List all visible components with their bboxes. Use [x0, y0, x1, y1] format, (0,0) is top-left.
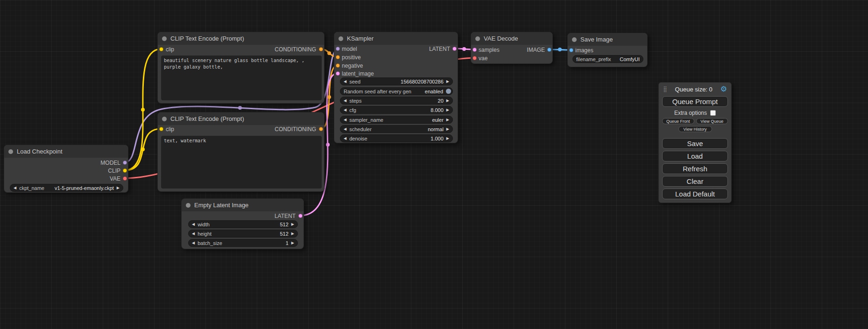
decrement-arrow-icon[interactable]: ◀ [192, 223, 195, 226]
collapse-dot-icon[interactable] [186, 203, 191, 208]
decrement-arrow-icon[interactable]: ◀ [14, 186, 16, 190]
increment-arrow-icon[interactable]: ▶ [446, 118, 449, 122]
node-title-bar[interactable]: CLIP Text Encode (Prompt) [158, 112, 324, 125]
queue-front-button[interactable]: Queue Front [662, 118, 694, 124]
node-title-bar[interactable]: KSampler [334, 32, 458, 45]
input-port-model[interactable] [336, 47, 340, 51]
input-port-images[interactable] [569, 48, 573, 52]
view-history-button[interactable]: View History [678, 126, 712, 132]
output-label-conditioning: CONDITIONING [275, 46, 316, 53]
collapse-dot-icon[interactable] [162, 117, 167, 121]
output-port-image[interactable] [547, 48, 551, 52]
denoise-widget[interactable]: ◀ denoise 1.000 ▶ [340, 134, 453, 142]
output-port-model[interactable] [123, 161, 127, 165]
decrement-arrow-icon[interactable]: ◀ [192, 241, 195, 245]
width-widget[interactable]: ◀ width 512 ▶ [188, 220, 298, 228]
steps-widget[interactable]: ◀ steps 20 ▶ [340, 97, 453, 105]
decrement-arrow-icon[interactable]: ◀ [344, 80, 346, 84]
increment-arrow-icon[interactable]: ▶ [291, 223, 294, 226]
input-port-samples[interactable] [473, 48, 477, 52]
sampler-name-widget[interactable]: ◀ sampler_name euler ▶ [340, 116, 453, 124]
prompt-textarea[interactable]: beautiful scenery nature glass bottle la… [161, 56, 322, 100]
queue-prompt-button[interactable]: Queue Prompt [662, 96, 728, 107]
height-widget[interactable]: ◀ height 512 ▶ [188, 230, 298, 238]
output-port-clip[interactable] [123, 168, 127, 173]
node-load-checkpoint[interactable]: Load Checkpoint MODEL CLIP VAE ◀ ckpt_na… [4, 145, 128, 193]
widget-label: batch_size [198, 240, 222, 246]
input-label-samples: samples [479, 47, 500, 53]
queue-menu-panel[interactable]: ⣿ Queue size: 0 ⚙ Queue Prompt Extra opt… [658, 82, 732, 203]
increment-arrow-icon[interactable]: ▶ [446, 127, 449, 131]
collapse-dot-icon[interactable] [572, 37, 577, 42]
output-port-conditioning[interactable] [319, 127, 323, 131]
increment-arrow-icon[interactable]: ▶ [446, 108, 449, 112]
node-save-image[interactable]: Save Image images filename_prefix ComfyU… [567, 33, 648, 67]
increment-arrow-icon[interactable]: ▶ [117, 186, 120, 190]
drag-handle-icon[interactable]: ⣿ [663, 86, 667, 92]
input-port-clip[interactable] [159, 127, 163, 131]
node-title-bar[interactable]: Save Image [568, 33, 647, 46]
load-default-button[interactable]: Load Default [662, 189, 728, 199]
decrement-arrow-icon[interactable]: ◀ [344, 118, 346, 122]
view-queue-button[interactable]: View Queue [696, 118, 728, 124]
output-port-latent[interactable] [452, 47, 457, 51]
node-title-bar[interactable]: VAE Decode [471, 32, 552, 45]
increment-arrow-icon[interactable]: ▶ [291, 232, 294, 236]
output-port-latent[interactable] [298, 214, 303, 218]
node-clip-text-encode-negative[interactable]: CLIP Text Encode (Prompt) clip CONDITION… [157, 112, 325, 192]
input-port-negative[interactable] [336, 63, 340, 68]
input-port-clip[interactable] [159, 47, 163, 51]
ckpt-name-widget[interactable]: ◀ ckpt_name v1-5-pruned-emaonly.ckpt ▶ [10, 184, 123, 192]
widget-label: ckpt_name [19, 185, 44, 191]
widget-label: filename_prefix [576, 56, 611, 62]
output-port-vae[interactable] [123, 176, 127, 181]
increment-arrow-icon[interactable]: ▶ [446, 99, 449, 103]
decrement-arrow-icon[interactable]: ◀ [192, 232, 195, 236]
settings-gear-icon[interactable]: ⚙ [720, 85, 727, 93]
clear-button[interactable]: Clear [662, 176, 728, 187]
seed-toggle-dot-icon[interactable] [446, 89, 451, 94]
widget-value: 20 [438, 98, 444, 104]
output-port-conditioning[interactable] [319, 47, 323, 51]
node-title: Save Image [580, 36, 613, 43]
decrement-arrow-icon[interactable]: ◀ [344, 108, 346, 112]
node-clip-text-encode-positive[interactable]: CLIP Text Encode (Prompt) clip CONDITION… [157, 32, 325, 104]
increment-arrow-icon[interactable]: ▶ [446, 80, 449, 84]
input-port-vae[interactable] [473, 56, 477, 60]
increment-arrow-icon[interactable]: ▶ [291, 241, 294, 245]
collapse-dot-icon[interactable] [475, 36, 480, 41]
extra-options-checkbox[interactable] [710, 110, 716, 116]
filename-prefix-widget[interactable]: filename_prefix ComfyUI [572, 55, 643, 63]
seed-widget[interactable]: ◀ seed 156680208700286 ▶ [340, 77, 453, 85]
input-port-latent-image[interactable] [336, 71, 340, 76]
decrement-arrow-icon[interactable]: ◀ [344, 99, 346, 103]
load-button[interactable]: Load [662, 151, 728, 161]
node-empty-latent-image[interactable]: Empty Latent Image LATENT ◀ width 512 ▶ … [181, 198, 304, 249]
refresh-button[interactable]: Refresh [662, 163, 728, 174]
collapse-dot-icon[interactable] [162, 36, 167, 41]
random-seed-widget[interactable]: Random seed after every gen enabled [340, 87, 453, 95]
scheduler-widget[interactable]: ◀ scheduler normal ▶ [340, 125, 453, 133]
node-ksampler[interactable]: KSampler model positive negative latent_… [334, 32, 458, 143]
input-port-positive[interactable] [336, 55, 340, 59]
widget-value: 8.000 [430, 107, 444, 113]
prompt-textarea[interactable]: text, watermark [161, 136, 322, 189]
widget-value: 512 [280, 231, 288, 237]
decrement-arrow-icon[interactable]: ◀ [344, 137, 346, 140]
cfg-widget[interactable]: ◀ cfg 8.000 ▶ [340, 106, 453, 114]
output-label-model: MODEL [100, 160, 120, 166]
decrement-arrow-icon[interactable]: ◀ [344, 127, 346, 131]
node-title: KSampler [347, 35, 374, 42]
collapse-dot-icon[interactable] [339, 36, 343, 41]
node-vae-decode[interactable]: VAE Decode samples vae IMAGE [471, 32, 553, 64]
node-title-bar[interactable]: Empty Latent Image [182, 199, 303, 211]
save-button[interactable]: Save [662, 138, 728, 149]
increment-arrow-icon[interactable]: ▶ [446, 137, 449, 140]
batch-size-widget[interactable]: ◀ batch_size 1 ▶ [188, 239, 298, 247]
collapse-dot-icon[interactable] [8, 149, 13, 154]
node-title-bar[interactable]: CLIP Text Encode (Prompt) [158, 32, 324, 45]
input-label-images: images [575, 47, 593, 54]
output-label-clip: CLIP [108, 168, 120, 174]
node-title-bar[interactable]: Load Checkpoint [4, 145, 128, 158]
node-graph-canvas[interactable]: Load Checkpoint MODEL CLIP VAE ◀ ckpt_na… [0, 0, 868, 329]
